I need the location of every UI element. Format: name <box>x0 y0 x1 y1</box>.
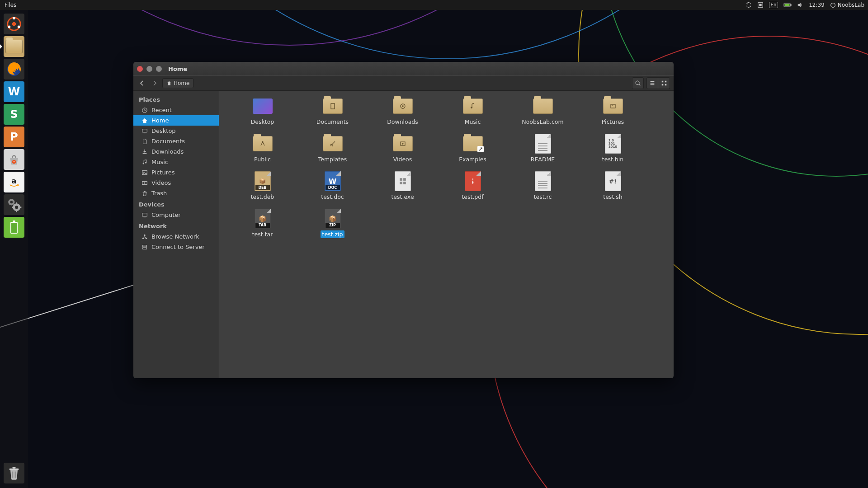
svg-rect-33 <box>9 469 19 470</box>
launcher-calc[interactable]: S <box>3 103 25 126</box>
file-item[interactable]: Videos <box>368 135 438 163</box>
file-icon: 📦TAR <box>252 210 274 228</box>
sidebar-item-documents[interactable]: Documents <box>133 136 219 146</box>
file-item[interactable]: test.rc <box>508 172 578 201</box>
file-item[interactable]: Music <box>438 97 508 126</box>
sidebar-item-label: Desktop <box>151 127 176 134</box>
svg-rect-64 <box>403 182 406 184</box>
toolbar: Home <box>133 75 674 91</box>
file-icon <box>392 135 414 153</box>
launcher-writer[interactable]: W <box>3 80 25 103</box>
launcher-firefox[interactable] <box>3 58 25 80</box>
window-minimize-button[interactable] <box>146 66 152 72</box>
svg-text:a: a <box>12 177 17 185</box>
file-label: test.zip <box>321 230 345 238</box>
file-item[interactable]: 📦DEBtest.deb <box>227 172 297 201</box>
file-label: NoobsLab.com <box>520 118 565 126</box>
sidebar-item-trash[interactable]: Trash <box>133 188 219 198</box>
view-list-button[interactable] <box>646 77 658 89</box>
window-maximize-button[interactable] <box>156 66 162 72</box>
svg-point-15 <box>13 17 15 19</box>
file-icon <box>462 135 484 153</box>
file-item[interactable]: Templates <box>297 135 368 163</box>
sidebar-item-browse[interactable]: Browse Network <box>133 231 219 242</box>
sidebar-item-label: Pictures <box>151 169 175 176</box>
launcher-files[interactable] <box>3 35 25 58</box>
file-item[interactable]: #!test.sh <box>578 172 648 201</box>
indicator-sound-icon[interactable] <box>797 2 803 8</box>
file-label: test.deb <box>249 193 276 201</box>
file-item[interactable]: Documents <box>297 97 368 126</box>
svg-rect-48 <box>142 213 147 216</box>
sidebar-item-computer[interactable]: Computer <box>133 210 219 220</box>
search-button[interactable] <box>632 77 644 89</box>
file-item[interactable]: Public <box>227 135 297 163</box>
file-icon: 📦DEB <box>252 172 274 190</box>
file-item[interactable]: Examples <box>438 135 508 163</box>
file-label: Templates <box>316 155 349 163</box>
indicator-session[interactable]: NoobsLab <box>830 2 864 8</box>
file-item[interactable]: test.pdf <box>438 172 508 201</box>
launcher-settings[interactable] <box>3 193 25 216</box>
file-label: test.pdf <box>460 193 485 201</box>
file-icon: WDOC <box>322 172 344 190</box>
svg-point-43 <box>143 162 145 164</box>
file-item[interactable]: NoobsLab.com <box>508 97 578 126</box>
file-label: Music <box>463 118 483 126</box>
launcher-impress[interactable]: P <box>3 126 25 148</box>
indicator-language[interactable]: En <box>769 2 778 8</box>
view-grid-button[interactable] <box>658 77 670 89</box>
indicator-clock[interactable]: 12:39 <box>809 2 825 8</box>
indicator-battery-icon[interactable] <box>783 2 792 8</box>
file-item[interactable]: Desktop <box>227 97 297 126</box>
launcher-battery[interactable] <box>3 216 25 239</box>
svg-rect-37 <box>661 81 663 83</box>
top-panel: Files En 12:39 NoobsLab <box>0 0 868 10</box>
sidebar-item-downloads[interactable]: Downloads <box>133 146 219 157</box>
sidebar-item-pictures[interactable]: Pictures <box>133 167 219 178</box>
file-label: test.sh <box>601 193 624 201</box>
launcher-trash[interactable] <box>3 462 25 484</box>
sidebar-item-label: Downloads <box>151 148 184 155</box>
indicator-sync-icon[interactable] <box>745 2 752 8</box>
file-item[interactable]: 📦TARtest.tar <box>227 210 297 238</box>
sidebar-item-recent[interactable]: Recent <box>133 105 219 115</box>
nav-forward-button[interactable] <box>150 78 160 89</box>
sidebar-item-home[interactable]: Home <box>133 115 219 126</box>
svg-rect-27 <box>16 210 17 212</box>
sidebar-devices-header: Devices <box>133 198 219 210</box>
window-titlebar[interactable]: Home <box>133 62 674 75</box>
file-view[interactable]: DesktopDocumentsDownloadsMusicNoobsLab.c… <box>219 91 674 378</box>
file-item[interactable]: WDOCtest.doc <box>297 172 368 201</box>
sidebar-item-videos[interactable]: Videos <box>133 178 219 188</box>
svg-rect-32 <box>11 223 17 233</box>
sidebar-item-connect[interactable]: Connect to Server <box>133 242 219 252</box>
file-item[interactable]: Downloads <box>368 97 438 126</box>
launcher-dash[interactable] <box>3 13 25 35</box>
sidebar-item-music[interactable]: Music <box>133 157 219 167</box>
launcher-software[interactable] <box>3 148 25 171</box>
indicator-keyboard-icon[interactable] <box>757 2 764 8</box>
svg-rect-39 <box>661 84 663 86</box>
svg-rect-9 <box>791 4 792 6</box>
sidebar-item-desktop[interactable]: Desktop <box>133 126 219 136</box>
sidebar-item-label: Browse Network <box>151 233 199 240</box>
path-home-button[interactable]: Home <box>162 78 193 88</box>
nav-back-button[interactable] <box>137 78 147 89</box>
sidebar: Places RecentHomeDesktopDocumentsDownloa… <box>133 91 219 378</box>
file-item[interactable]: test.exe <box>368 172 438 201</box>
file-item[interactable]: Pictures <box>578 97 648 126</box>
file-item[interactable]: 📦ZIPtest.zip <box>297 210 368 238</box>
launcher-amazon[interactable]: a <box>3 171 25 193</box>
svg-rect-52 <box>143 245 147 247</box>
window-close-button[interactable] <box>137 66 143 72</box>
svg-point-35 <box>636 81 639 84</box>
file-icon <box>602 97 624 115</box>
svg-rect-57 <box>611 104 615 108</box>
file-item[interactable]: README <box>508 135 578 163</box>
panel-app-menu[interactable]: Files <box>0 2 21 8</box>
file-label: Downloads <box>385 118 420 126</box>
sidebar-network-header: Network <box>133 220 219 231</box>
file-item[interactable]: 1 01011010test.bin <box>578 135 648 163</box>
file-icon <box>532 97 554 115</box>
